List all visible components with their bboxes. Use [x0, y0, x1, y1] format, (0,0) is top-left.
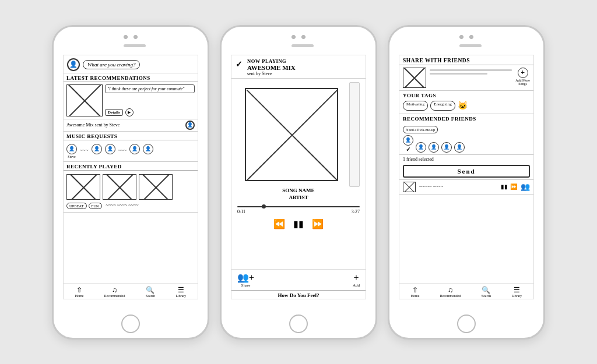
- add-section[interactable]: + Add: [353, 273, 360, 288]
- req-avatar-icon-4[interactable]: 👤: [143, 144, 153, 154]
- add-songs-label: Add More Songs: [515, 79, 530, 86]
- add-more-songs[interactable]: + Add More Songs: [515, 68, 530, 86]
- progress-section[interactable]: 0:11 3:27: [231, 205, 366, 215]
- tilde-2: ~~~: [118, 144, 127, 158]
- share-section[interactable]: 👥+ Share: [237, 272, 254, 288]
- nav-search[interactable]: 🔍 Search: [146, 287, 155, 298]
- recently-played-extras: ~~~~ ~~~~ ~~~~: [106, 203, 139, 209]
- dot-left: [124, 35, 128, 39]
- p3-nav-lib-label: Library: [511, 294, 522, 298]
- song-line-1: [430, 69, 512, 71]
- steve-avatar-2[interactable]: 👤: [66, 144, 77, 154]
- tag-energizing[interactable]: Energizing: [430, 101, 455, 111]
- recent-thumb-3[interactable]: [139, 174, 173, 200]
- play-button[interactable]: ▶: [125, 108, 134, 116]
- phone-2-speaker: [292, 44, 314, 47]
- phone-2: ✓ Now Playing Awesome Mix sent by Steve …: [220, 25, 377, 340]
- friend-avatar-1[interactable]: 👤: [403, 135, 413, 146]
- main-container: 👤 What are you craving? Latest Recommend…: [0, 0, 597, 364]
- playback-controls: ⏪ ▮▮ ⏩: [231, 215, 366, 233]
- rewind-button[interactable]: ⏪: [273, 218, 285, 229]
- recent-thumb-1[interactable]: [66, 174, 100, 200]
- pause-button[interactable]: ▮▮: [293, 218, 304, 229]
- your-tags-section: Your Tags Motivating Energizing 🐱: [399, 91, 533, 114]
- p3-library-icon: ☰: [514, 287, 520, 294]
- phone-2-home-btn[interactable]: [289, 314, 308, 333]
- phone-1-home-btn[interactable]: [121, 314, 140, 333]
- mini-ff[interactable]: ⏩: [510, 183, 517, 190]
- add-icon: +: [353, 273, 359, 283]
- progress-bar[interactable]: [237, 206, 360, 207]
- friend-3[interactable]: 👤: [429, 142, 439, 153]
- dot-right-2: [301, 35, 305, 39]
- steve-col: 👤 Steve: [66, 144, 77, 158]
- friends-avatars-row: 👤 ✓ 👤 👤 👤 👤: [403, 135, 530, 153]
- add-songs-circle[interactable]: +: [518, 68, 528, 78]
- friend-5[interactable]: 👤: [454, 142, 465, 153]
- how-do-you-feel[interactable]: How Do You Feel?: [231, 290, 366, 299]
- steve-avatar: 👤: [185, 121, 195, 130]
- req-avatar-icon-1[interactable]: 👤: [92, 144, 102, 154]
- fast-forward-button[interactable]: ⏩: [312, 218, 324, 229]
- now-playing-label: Now Playing: [247, 58, 296, 64]
- p3-nav-library[interactable]: ☰ Library: [511, 287, 522, 298]
- dot-left-3: [459, 35, 463, 39]
- friend-avatar-3[interactable]: 👤: [429, 142, 439, 153]
- nav-recommended[interactable]: ♫ Recommended: [104, 287, 125, 298]
- phone-3-home-btn[interactable]: [457, 314, 476, 333]
- rec-friends-title: Recommended Friends: [403, 116, 530, 123]
- req-avatar-icon-2[interactable]: 👤: [105, 144, 115, 154]
- p3-nav-search[interactable]: 🔍 Search: [482, 287, 491, 298]
- phone-1-screen: 👤 What are you craving? Latest Recommend…: [63, 55, 198, 299]
- friend-avatar-5[interactable]: 👤: [454, 142, 465, 153]
- recent-thumb-2[interactable]: [103, 174, 136, 200]
- nav-rec-label: Recommended: [104, 294, 125, 298]
- send-button[interactable]: Send: [403, 165, 530, 178]
- cat-icon: 🐱: [458, 101, 468, 111]
- friend-4[interactable]: 👤: [441, 142, 452, 153]
- p3-nav-home[interactable]: ⇧ Home: [411, 287, 420, 298]
- friend-2[interactable]: 👤: [416, 142, 426, 153]
- search-row[interactable]: 👤 What are you craving?: [64, 55, 198, 73]
- rec-friends-section: Recommended Friends Need a Pick-me-up 👤 …: [399, 114, 533, 155]
- sent-by-label: sent by Steve: [247, 71, 296, 76]
- phone-2-top: [292, 35, 305, 39]
- req-avatar-icon-3[interactable]: 👤: [129, 144, 140, 154]
- search-bubble[interactable]: What are you craving?: [83, 60, 140, 69]
- rec-quote: "I think these are perfect for your comm…: [105, 84, 195, 94]
- p3-search-icon: 🔍: [482, 287, 490, 294]
- friend-avatar-4[interactable]: 👤: [441, 142, 452, 153]
- tag-motivating[interactable]: Motivating: [403, 101, 428, 111]
- p3-recommended-icon: ♫: [448, 287, 453, 294]
- rec-image: [66, 84, 103, 116]
- nav-lib-label: Library: [175, 294, 186, 298]
- mini-share-icon[interactable]: 👥: [521, 182, 530, 192]
- nav-library[interactable]: ☰ Library: [175, 287, 186, 298]
- friend-1[interactable]: 👤 ✓: [403, 135, 413, 153]
- time-row: 0:11 3:27: [237, 208, 360, 215]
- details-button[interactable]: Details: [105, 109, 123, 116]
- checkmark-icon: ✓: [236, 59, 243, 69]
- phone-1-speaker: [124, 44, 146, 47]
- nav-home-label: Home: [75, 294, 84, 298]
- music-requests-title: Music Requests: [64, 132, 198, 140]
- phone-2-screen: ✓ Now Playing Awesome Mix sent by Steve …: [231, 55, 366, 299]
- tags-row: Motivating Energizing 🐱: [403, 100, 530, 112]
- phone-3-top: [459, 35, 473, 39]
- dot-right: [134, 35, 138, 39]
- now-playing-header: ✓ Now Playing Awesome Mix sent by Steve: [231, 55, 366, 79]
- p3-nav-recommended[interactable]: ♫ Recommended: [440, 287, 461, 298]
- mini-pause[interactable]: ▮▮: [501, 183, 508, 190]
- tag-fun[interactable]: FUN: [89, 203, 102, 209]
- album-art-row: [231, 79, 366, 187]
- time-total: 3:27: [352, 209, 360, 214]
- music-requests-block: 👤 Steve ~~~ 👤 👤 ~~~ 👤 👤: [64, 140, 198, 162]
- library-icon: ☰: [178, 287, 184, 294]
- recently-played-block: UPBEAT FUN ~~~~ ~~~~ ~~~~: [64, 171, 198, 213]
- song-info: Song Name Artist: [231, 187, 366, 202]
- phone-3-nav: ⇧ Home ♫ Recommended 🔍 Search ☰ Library: [399, 284, 533, 299]
- phone-1: 👤 What are you craving? Latest Recommend…: [52, 25, 209, 340]
- tag-upbeat[interactable]: UPBEAT: [66, 203, 87, 209]
- nav-home[interactable]: ⇧ Home: [75, 287, 84, 298]
- friend-avatar-2[interactable]: 👤: [416, 142, 426, 153]
